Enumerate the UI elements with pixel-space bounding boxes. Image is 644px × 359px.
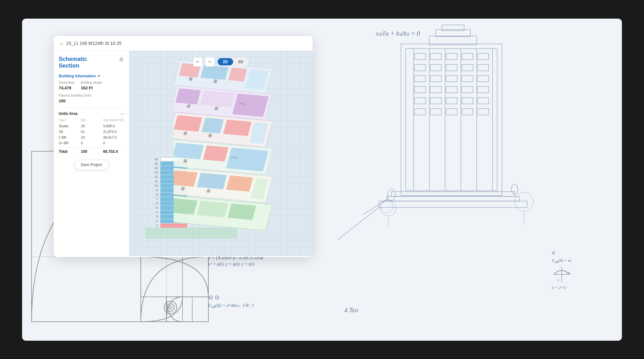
svg-rect-70 [223,119,252,136]
panel-title: Schematic Section [59,56,87,69]
svg-point-105 [167,304,174,311]
floor-plans-3d: Living [174,57,309,253]
svg-rect-20 [446,75,457,82]
svg-rect-26 [462,87,473,93]
collapse-button[interactable]: — [120,111,124,116]
window-address: 23_11 248 W124th St 10-25 [66,41,122,46]
svg-rect-27 [478,87,489,93]
svg-rect-12 [478,53,489,60]
svg-point-104 [164,301,177,314]
svg-text:2∞: 2∞ [557,279,560,281]
svg-rect-21 [462,75,473,82]
settings-button[interactable]: ⚙ [118,56,124,63]
table-row-total: Total 100 60,702.4 [59,147,124,155]
svg-rect-9 [430,53,441,60]
math-formula-bottom-1: y = (A-a)sin φ - a sin (A-a)/aφ x² = φ(t… [208,255,263,268]
svg-rect-95 [141,257,182,322]
svg-rect-8 [414,53,426,60]
table-row-1b: 1B 51 21,875.5 [59,129,124,135]
math-formula-bottom-2: ⊙ ⊙ Uab(Ω) = e²/4πε₀ · 1/R · 1 [208,294,254,309]
table-row-2br: 2 BR 23 28,917.5 [59,135,124,140]
svg-rect-38 [391,192,515,196]
svg-point-48 [380,200,396,216]
math-formula-bottom-right: π Uab(b) = ze E∞ 2∞ λ = 2+U [552,249,571,290]
svg-rect-18 [414,75,426,82]
svg-rect-33 [414,109,426,115]
svg-rect-81 [174,170,198,187]
building-height-item: Building Height 162 Ft [81,81,102,91]
svg-rect-17 [478,64,489,71]
svg-rect-61 [176,88,201,104]
svg-text:Living: Living [230,156,237,159]
svg-rect-16 [462,64,473,71]
svg-rect-11 [462,53,473,60]
window-body: Schematic Section ⚙ Building Information… [54,51,313,256]
svg-rect-31 [462,98,473,104]
building-info-link[interactable]: Building Information ↗ [59,74,124,78]
svg-rect-89 [197,200,228,217]
svg-rect-40 [379,201,527,207]
svg-rect-23 [414,87,426,93]
planned-units-item: Planned Dwelling Units 100 [59,94,124,104]
save-project-button[interactable]: Save Project [74,160,109,170]
svg-rect-35 [446,109,457,115]
svg-rect-13 [414,64,426,71]
table-row-3br: 3+ BR 0 0 [59,140,124,146]
window-header: ⌂ 23_11 248 W124th St 10-25 [54,36,313,51]
svg-rect-32 [478,98,489,104]
detected-text-label: 4 Teo [344,307,358,314]
svg-rect-37 [478,109,489,115]
undo-button[interactable]: ↩ [193,57,202,67]
col-sum: Sum Area (SF) [103,118,124,122]
svg-rect-62 [200,90,235,107]
svg-rect-97 [166,297,208,322]
svg-rect-0 [401,44,502,195]
svg-rect-39 [387,196,519,201]
view-2d-button[interactable]: 2D [218,58,233,65]
svg-rect-25 [446,87,457,93]
svg-rect-68 [174,115,202,131]
svg-text:E∞: E∞ [568,272,571,274]
svg-point-44 [511,184,518,194]
svg-rect-83 [226,175,253,192]
panel-header: Schematic Section ⚙ [59,56,124,69]
svg-text:Living: Living [238,102,245,105]
svg-rect-19 [430,75,441,82]
svg-rect-76 [203,145,228,161]
svg-rect-69 [201,117,224,133]
svg-rect-29 [430,98,441,104]
col-type: Type [59,118,80,122]
svg-rect-1 [406,49,497,191]
units-area-header: Units Area — [59,111,124,116]
view-3d-button[interactable]: 3D [233,58,248,65]
svg-rect-36 [462,109,473,115]
svg-point-51 [515,192,534,211]
svg-rect-34 [430,109,441,115]
svg-rect-90 [228,203,256,220]
svg-rect-98 [166,297,192,322]
svg-rect-75 [174,142,204,159]
svg-rect-46 [436,30,470,37]
svg-rect-24 [430,87,441,93]
svg-rect-28 [414,98,426,104]
info-row-1: Gross Area 74,479 Building Height 162 Ft [59,81,124,91]
svg-point-49 [380,200,393,213]
svg-rect-10 [446,53,457,60]
svg-rect-88 [174,198,198,214]
col-qty: Qty [81,118,102,122]
home-icon: ⌂ [60,40,63,46]
redo-button[interactable]: ↪ [205,57,214,67]
svg-line-42 [363,199,388,214]
units-area-title: Units Area [59,111,78,116]
main-container: x₂/∂x + b₂/b₂ = 0 ⌂ 23_11 248 W124th St … [22,19,622,341]
svg-rect-30 [446,98,457,104]
svg-rect-14 [430,64,441,71]
svg-rect-15 [446,64,457,71]
canvas-area[interactable]: ↩ ↪ 2D 3D 16 15 14 [129,51,313,256]
gross-area-item: Gross Area 74,479 [59,81,75,91]
math-formula-top: x₂/∂x + b₂/b₂ = 0 [376,30,420,37]
divider-1 [59,107,124,108]
table-row-studio: Studio 26 9,908.6 [59,123,124,129]
svg-point-43 [388,189,395,200]
svg-point-106 [169,306,172,309]
